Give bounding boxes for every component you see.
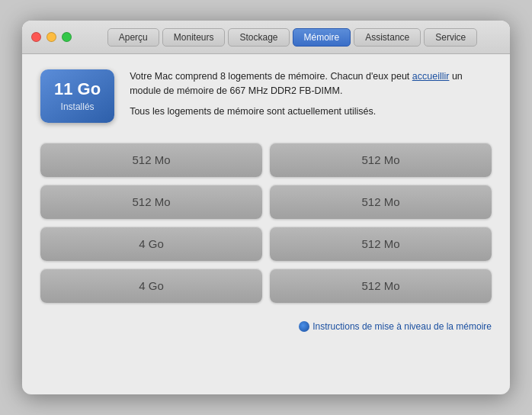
content-area: 11 Go Installés Votre Mac comprend 8 log…: [22, 54, 510, 394]
tab-moniteurs[interactable]: Moniteurs: [162, 28, 226, 47]
window-controls: [31, 32, 72, 42]
slot-1: 512 Mo: [270, 143, 492, 177]
info-line3: Tous les logements de mémoire sont actue…: [130, 105, 492, 119]
tab-assistance[interactable]: Assistance: [354, 28, 421, 47]
slot-6: 4 Go: [40, 269, 262, 303]
info-highlight: accueillir: [412, 71, 450, 82]
tab-bar: Aperçu Moniteurs Stockage Mémoire Assist…: [84, 28, 501, 47]
memory-badge: 11 Go Installés: [40, 69, 114, 123]
tab-stockage[interactable]: Stockage: [228, 28, 289, 47]
footer: Instructions de mise à niveau de la mémo…: [40, 318, 492, 336]
info-text: Votre Mac comprend 8 logements de mémoir…: [130, 69, 492, 124]
slot-3: 512 Mo: [270, 185, 492, 219]
memory-label: Installés: [54, 101, 101, 112]
tab-memoire[interactable]: Mémoire: [293, 28, 351, 47]
close-button[interactable]: [31, 32, 41, 42]
main-window: Aperçu Moniteurs Stockage Mémoire Assist…: [22, 21, 510, 394]
slot-0: 512 Mo: [40, 143, 262, 177]
tab-apercu[interactable]: Aperçu: [107, 28, 159, 47]
title-bar: Aperçu Moniteurs Stockage Mémoire Assist…: [22, 21, 510, 54]
info-line1: Votre Mac comprend 8 logements de mémoir…: [130, 69, 492, 98]
slot-2: 512 Mo: [40, 185, 262, 219]
maximize-button[interactable]: [62, 32, 72, 42]
slots-grid: 512 Mo 512 Mo 512 Mo 512 Mo 4 Go 512 Mo …: [40, 143, 492, 303]
slot-7: 512 Mo: [270, 269, 492, 303]
upgrade-link[interactable]: Instructions de mise à niveau de la mémo…: [299, 321, 492, 332]
top-section: 11 Go Installés Votre Mac comprend 8 log…: [40, 69, 492, 124]
memory-amount: 11 Go: [54, 80, 101, 98]
minimize-button[interactable]: [46, 32, 56, 42]
slot-4: 4 Go: [40, 227, 262, 261]
tab-service[interactable]: Service: [424, 28, 477, 47]
slot-5: 512 Mo: [270, 227, 492, 261]
